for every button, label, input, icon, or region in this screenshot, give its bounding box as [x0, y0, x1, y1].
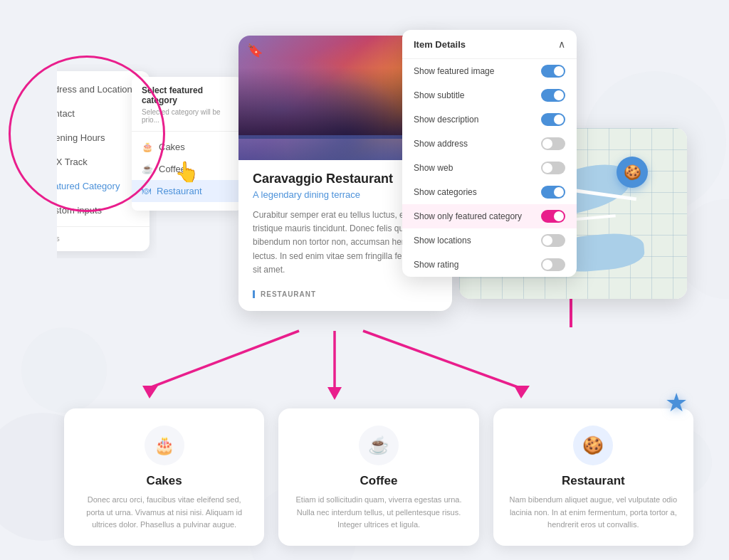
sidebar-item-custom[interactable]: ⊞ Custom inputs: [14, 198, 150, 222]
bottom-card-coffee: ☕ Coffee Etiam id sollicitudin quam, viv…: [278, 408, 478, 546]
coffee-card-desc: Etiam id sollicitudin quam, viverra eges…: [293, 494, 464, 532]
svg-line-0: [150, 331, 299, 388]
cakes-card-desc: Donec arcu orci, faucibus vitae eleifend…: [78, 494, 250, 532]
sidebar-item-gpx[interactable]: 📡 GPX Track: [14, 149, 150, 174]
restaurant-card-title: Restaurant: [562, 474, 625, 488]
toggle-categories-switch[interactable]: [541, 186, 565, 199]
sidebar-divider: [14, 226, 150, 227]
bottom-card-cakes: 🎂 Cakes Donec arcu orci, faucibus vitae …: [64, 408, 264, 546]
toggle-address[interactable]: Show address: [402, 132, 577, 156]
panel-header: Item Details ∧: [402, 30, 577, 59]
coffee-card-icon: ☕: [359, 426, 399, 465]
cakes-card-title: Cakes: [147, 474, 182, 488]
restaurant-card-icon: 🍪: [573, 426, 613, 465]
toggle-subtitle-switch[interactable]: [541, 89, 565, 102]
sidebar-panel: 📍 Address and Location ≡ Contact 🕐 Openi…: [14, 71, 150, 251]
category-panel-subtitle: Selected category will be prio...: [132, 108, 242, 132]
toggle-featured-category-switch[interactable]: [541, 210, 565, 223]
panel-title: Item Details: [414, 39, 466, 50]
toggle-locations-switch[interactable]: [541, 234, 565, 247]
custom-icon: ⊞: [26, 204, 37, 216]
svg-line-4: [363, 331, 520, 388]
coffee-card-title: Coffee: [360, 474, 398, 488]
toggle-rating[interactable]: Show rating: [402, 253, 577, 277]
opening-icon: 🕐: [26, 132, 37, 143]
category-panel-title: Select featured category: [132, 85, 242, 108]
bottom-card-restaurant: 🍪 Restaurant Nam bibendum aliquet augue,…: [493, 408, 693, 546]
category-item-restaurant[interactable]: 🍽 Restaurant: [132, 180, 242, 202]
gpx-icon: 📡: [26, 156, 37, 167]
featured-icon: ☆: [26, 180, 37, 191]
svg-marker-3: [327, 387, 342, 400]
sidebar-item-featured[interactable]: ☆ Featured Category: [14, 174, 150, 198]
coffee-icon: ☕: [142, 164, 153, 174]
toggle-description-switch[interactable]: [541, 113, 565, 126]
toggle-featured-image-switch[interactable]: [541, 65, 565, 78]
map-cookie-icon: 🍪: [617, 157, 648, 188]
chevron-up-icon: ∧: [558, 38, 565, 50]
toggle-featured-image[interactable]: Show featured image: [402, 59, 577, 83]
cakes-card-icon: 🎂: [145, 426, 184, 465]
toggle-web-switch[interactable]: [541, 162, 565, 174]
toggle-web[interactable]: Show web: [402, 156, 577, 180]
restaurant-icon: 🍽: [142, 186, 151, 196]
restaurant-card-desc: Nam bibendum aliquet augue, vel vulputat…: [508, 494, 679, 532]
contact-icon: ≡: [26, 107, 37, 119]
category-item-coffee[interactable]: ☕ Coffee: [132, 158, 242, 180]
blue-star: ★: [665, 388, 688, 418]
sidebar-item-contact[interactable]: ≡ Contact: [14, 101, 150, 125]
toggle-description[interactable]: Show description: [402, 107, 577, 132]
address-icon: 📍: [26, 83, 37, 95]
toggle-subtitle[interactable]: Show subtitle: [402, 83, 577, 107]
toggle-categories[interactable]: Show categories: [402, 180, 577, 204]
svg-marker-5: [514, 386, 530, 398]
svg-marker-1: [142, 386, 158, 398]
sidebar-item-address[interactable]: 📍 Address and Location: [14, 77, 150, 101]
toggle-rating-switch[interactable]: [541, 258, 565, 271]
bottom-cards-container: 🎂 Cakes Donec arcu orci, faucibus vitae …: [64, 408, 693, 546]
toggle-locations[interactable]: Show locations: [402, 228, 577, 253]
item-details-panel: Item Details ∧ Show featured image Show …: [402, 30, 577, 277]
toggle-featured-category[interactable]: Show only featured category: [402, 204, 577, 228]
bookmark-icon: 🔖: [247, 43, 263, 58]
revisions-label: Revisions: [14, 231, 150, 245]
sidebar-item-opening[interactable]: 🕐 Opening Hours: [14, 125, 150, 149]
restaurant-category-tag: RESTAURANT: [253, 290, 316, 298]
cakes-icon: 🎂: [142, 142, 153, 152]
category-item-cakes[interactable]: 🎂 Cakes: [132, 136, 242, 158]
category-panel: Select featured category Selected catego…: [132, 77, 242, 211]
toggle-address-switch[interactable]: [541, 137, 565, 150]
